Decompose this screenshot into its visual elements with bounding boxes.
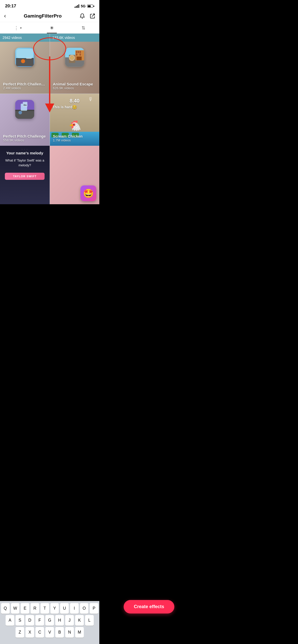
game-icon-pitch-1: Do <box>15 48 34 67</box>
count-cell-right: 133.6K videos <box>50 34 100 42</box>
svg-rect-17 <box>79 54 81 56</box>
emoji-app-cell[interactable]: 🤩 <box>50 146 100 204</box>
hard-text: This is hard🥺 <box>52 105 97 109</box>
header-action-icons <box>79 13 95 19</box>
tab-effects[interactable]: ✳ <box>47 24 57 33</box>
signal-bars <box>75 4 79 8</box>
emoji-app-icon[interactable]: 🤩 <box>80 185 96 201</box>
scream-timer: 8.40 <box>70 98 79 104</box>
tab-repost[interactable]: ⇅ <box>78 24 88 33</box>
video-grid: Do Perfect Pitch Challeng... 2.4M videos <box>0 42 99 146</box>
stars-decoration: · · · <box>0 148 50 151</box>
page-title: GamingFilterPro <box>24 13 62 19</box>
grid-item-1[interactable]: ? Animal Sound Escape 626.9K videos <box>50 42 100 94</box>
back-button[interactable]: ‹ <box>4 13 6 19</box>
page-header: ‹ GamingFilterPro <box>0 11 99 22</box>
svg-rect-16 <box>76 54 77 56</box>
cell-count-1: 626.9K videos <box>53 86 97 90</box>
cell-count-3: 1.7M videos <box>53 138 97 142</box>
cell-title-3: Scream Chicken <box>53 134 97 138</box>
signal-bar-1 <box>75 7 75 8</box>
battery-body <box>87 5 93 8</box>
tab-bar: ⋮ ▼ ✳ ⇅ <box>0 22 99 34</box>
signal-bar-3 <box>77 5 78 8</box>
svg-point-5 <box>21 59 25 63</box>
bottom-area: · · · Your name's melody What if 'Taylor… <box>0 146 99 204</box>
share-icon <box>90 13 95 19</box>
svg-rect-15 <box>79 51 81 53</box>
battery-fill <box>88 5 91 7</box>
share-button[interactable] <box>90 13 95 19</box>
grid-item-3[interactable]: 🎙 8.40 This is hard🥺 🐔 Scream Chicken 1.… <box>50 94 100 146</box>
bell-icon <box>79 13 85 19</box>
grid-item-0[interactable]: Do Perfect Pitch Challeng... 2.4M videos <box>0 42 50 94</box>
cell-label-2: Perfect Pitch Challenge 558.9K videos <box>3 134 47 142</box>
notification-button[interactable] <box>79 13 85 19</box>
animal-game-thumbnail: ? <box>65 48 84 67</box>
status-time: 20:17 <box>5 4 16 9</box>
melody-heading: Your name's melody <box>0 146 50 157</box>
status-5g: 5G <box>81 4 86 8</box>
svg-text:?: ? <box>71 56 73 60</box>
mic-icon: 🎙 <box>88 96 93 102</box>
battery-cap <box>93 6 94 7</box>
filter-icon: ⋮ <box>14 25 19 31</box>
cell-count-0: 2.4M videos <box>3 86 47 90</box>
pitch-game-thumbnail-2: Do <box>15 100 34 119</box>
pitch-game-thumbnail-1: Do <box>16 48 34 66</box>
melody-question: What if 'Taylor Swift' was a melody? <box>0 157 50 168</box>
taylor-swift-button[interactable]: TAYLOR SWIFT <box>5 173 45 180</box>
cell-title-2: Perfect Pitch Challenge <box>3 134 47 138</box>
chicken-emoji: 🐔 <box>69 120 82 132</box>
status-bar: 20:17 5G <box>0 0 99 11</box>
count-row: 2942 videos 133.6K videos <box>0 34 99 42</box>
svg-rect-3 <box>16 58 34 66</box>
svg-rect-24 <box>15 111 34 119</box>
status-icons: 5G <box>75 4 94 8</box>
svg-rect-14 <box>78 51 79 53</box>
game-icon-animal: ? <box>65 48 84 67</box>
battery-indicator <box>87 5 94 8</box>
grid-item-2[interactable]: Do Perfect Pitch Challenge 558.9K videos <box>0 94 50 146</box>
svg-rect-18 <box>76 57 82 60</box>
game-icon-pitch-2: Do <box>15 100 34 119</box>
sparkle-icon: ✳ <box>50 25 54 31</box>
svg-point-29 <box>19 111 22 114</box>
tab-filter[interactable]: ⋮ ▼ <box>11 24 25 33</box>
cell-label-3: Scream Chicken 1.7M videos <box>53 134 97 142</box>
melody-cell[interactable]: · · · Your name's melody What if 'Taylor… <box>0 146 50 204</box>
count-cell-left: 2942 videos <box>0 34 50 42</box>
svg-rect-13 <box>76 51 77 53</box>
repost-icon: ⇅ <box>82 25 85 31</box>
signal-bar-2 <box>76 6 77 8</box>
svg-text:Do: Do <box>24 104 27 106</box>
signal-bar-4 <box>78 4 79 8</box>
cell-count-2: 558.9K videos <box>3 138 47 142</box>
cell-label-1: Animal Sound Escape 626.9K videos <box>53 82 97 90</box>
cell-title-0: Perfect Pitch Challeng... <box>3 82 47 86</box>
cell-title-1: Animal Sound Escape <box>53 82 97 86</box>
cell-label-0: Perfect Pitch Challeng... 2.4M videos <box>3 82 47 90</box>
svg-rect-9 <box>16 49 33 58</box>
tab-filter-dropdown: ▼ <box>20 26 22 30</box>
